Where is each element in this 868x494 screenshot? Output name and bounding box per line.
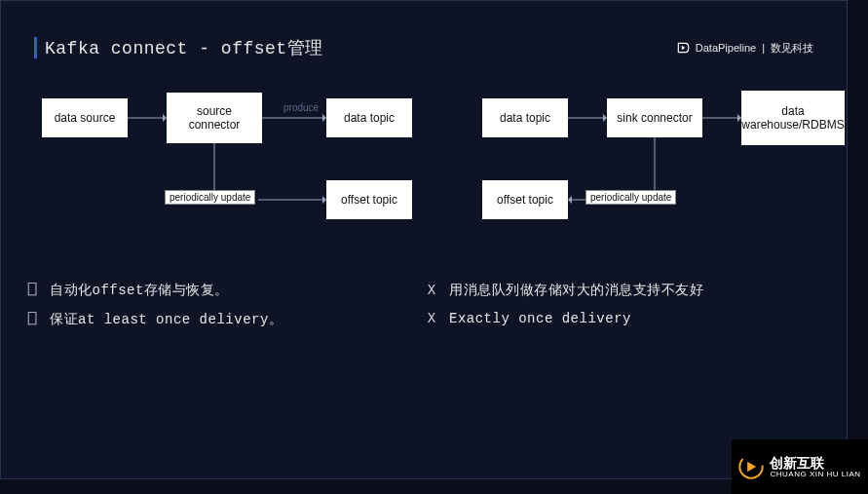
list-item: X Exactly once delivery [424, 311, 823, 326]
header-divider: | [762, 42, 765, 54]
watermark-brand: 创新互联 [770, 456, 860, 470]
svg-marker-14 [568, 196, 572, 204]
bullet-marker-icon: ⎕ [24, 282, 40, 298]
title-accent-bar [34, 37, 37, 58]
list-item: ⎕ 自动化offset存储与恢复。 [24, 282, 424, 299]
bullet-marker-icon: X [424, 283, 439, 298]
bullet-marker-icon: X [424, 311, 439, 326]
bullet-text: 自动化offset存储与恢复。 [50, 282, 229, 299]
node-offset-topic-right: offset topic [482, 180, 568, 219]
node-data-source: data source [42, 98, 128, 137]
node-offset-topic-left: offset topic [326, 180, 412, 219]
bullet-text: 保证at least once delivery。 [50, 311, 283, 328]
bullet-text: 用消息队列做存储对大的消息支持不友好 [449, 282, 703, 299]
sink-flow-diagram: data topic sink connector data warehouse… [482, 87, 852, 223]
edge-label-periodically-update-right: periodically update [585, 190, 676, 205]
watermark-sub: CHUANG XIN HU LIAN [770, 470, 860, 478]
node-data-topic-left: data topic [326, 98, 412, 137]
page-title: Kafka connect - offset管理 [45, 36, 323, 59]
svg-marker-16 [748, 462, 757, 472]
header-branding: DataPipeline | 数见科技 [676, 41, 813, 56]
bullet-marker-icon: ⎕ [24, 311, 40, 327]
header-brand-text: DataPipeline [696, 42, 756, 54]
header-company-text: 数见科技 [771, 41, 813, 56]
watermark-logo-icon [738, 454, 764, 479]
node-data-topic-right: data topic [482, 98, 568, 137]
watermark-badge: 创新互联 CHUANG XIN HU LIAN [732, 439, 868, 494]
edge-label-periodically-update-left: periodically update [165, 190, 255, 205]
source-flow-diagram: data source source connector data topic … [42, 87, 412, 223]
node-data-warehouse: data warehouse/RDBMS [741, 91, 845, 145]
node-source-connector: source connector [167, 93, 262, 143]
edge-label-produce: produce [283, 102, 319, 113]
list-item: ⎕ 保证at least once delivery。 [24, 311, 424, 328]
cons-column: X 用消息队列做存储对大的消息支持不友好 X Exactly once deli… [424, 282, 823, 340]
list-item: X 用消息队列做存储对大的消息支持不友好 [424, 282, 823, 299]
pros-column: ⎕ 自动化offset存储与恢复。 ⎕ 保证at least once deli… [24, 282, 424, 340]
svg-marker-0 [682, 46, 686, 51]
bullet-text: Exactly once delivery [449, 311, 631, 326]
node-sink-connector: sink connector [607, 98, 702, 137]
datapipeline-logo-icon [676, 41, 690, 55]
